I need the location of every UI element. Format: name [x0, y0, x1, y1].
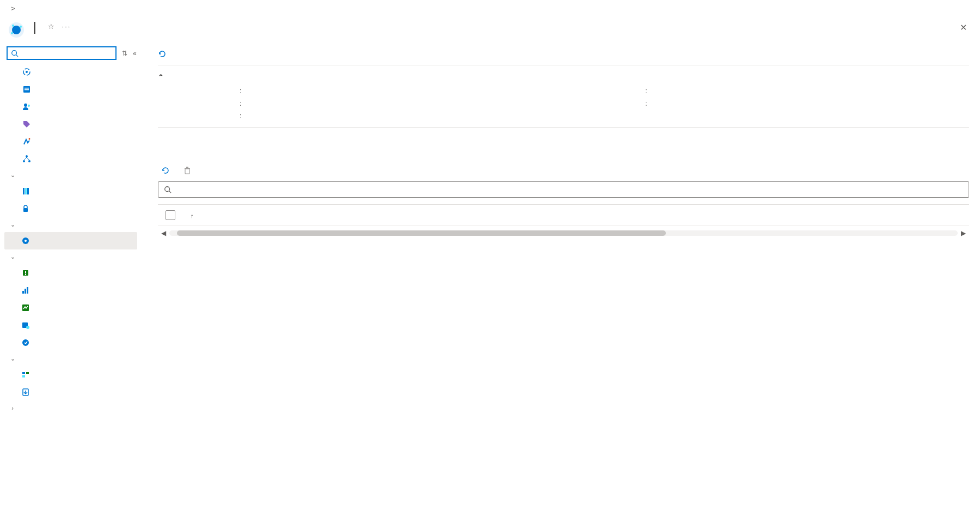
- svg-point-4: [11, 32, 13, 34]
- sidebar-group-automation[interactable]: ⌄: [4, 351, 137, 366]
- sidebar-item-tags[interactable]: [4, 115, 137, 133]
- chevron-down-icon: ⌄: [9, 221, 16, 228]
- diagnostic-settings-icon: [21, 303, 30, 313]
- sidebar-group-help[interactable]: ›: [4, 401, 137, 415]
- sidebar-item-export-template[interactable]: [4, 383, 137, 401]
- main-content: ⌃ : : : : :: [142, 44, 980, 415]
- sort-toggle-icon[interactable]: ⇅: [122, 50, 127, 57]
- svg-point-5: [12, 50, 17, 55]
- collapse-sidebar-icon[interactable]: «: [133, 50, 137, 57]
- diagnose-icon: [22, 137, 32, 147]
- svg-rect-38: [185, 168, 190, 169]
- sidebar-item-activity-log[interactable]: [4, 81, 137, 98]
- sidebar-item-overview[interactable]: [4, 63, 137, 81]
- svg-rect-27: [24, 289, 26, 294]
- sidebar-group-aio-resources[interactable]: ⌄: [4, 217, 137, 232]
- scroll-track[interactable]: [169, 230, 958, 236]
- close-button[interactable]: ✕: [954, 19, 972, 36]
- ess-mem-profile-label: [564, 99, 645, 107]
- sidebar-item-tasks[interactable]: [4, 366, 137, 383]
- svg-rect-18: [25, 188, 27, 194]
- mqtt-broker-icon: [21, 236, 30, 246]
- essentials-toggle[interactable]: ⌃: [158, 65, 969, 87]
- sidebar-item-alerts[interactable]: [4, 264, 137, 282]
- sidebar-item-locks[interactable]: [4, 200, 137, 217]
- svg-point-31: [26, 326, 29, 329]
- favorite-star-icon[interactable]: ☆: [48, 22, 54, 31]
- sidebar-group-settings[interactable]: ⌄: [4, 168, 137, 182]
- scroll-thumb[interactable]: [177, 230, 666, 236]
- svg-point-15: [23, 160, 25, 162]
- filter-box[interactable]: [158, 181, 969, 198]
- access-control-icon: [22, 102, 32, 112]
- export-template-icon: [21, 387, 30, 397]
- ess-broker-details-label: [158, 112, 240, 120]
- search-icon: [164, 186, 171, 193]
- svg-rect-20: [23, 208, 28, 212]
- sidebar-search-input[interactable]: [21, 49, 112, 57]
- sidebar-item-mqtt-broker[interactable]: [4, 232, 137, 249]
- refresh-button[interactable]: [158, 50, 170, 58]
- list-toolbar: [158, 163, 969, 181]
- scroll-left-icon[interactable]: ◀: [158, 229, 169, 237]
- sidebar: ⇅ «: [0, 44, 142, 415]
- delete-icon: [183, 166, 192, 175]
- svg-rect-26: [22, 291, 24, 294]
- sidebar-item-logs[interactable]: [4, 316, 137, 334]
- svg-point-1: [12, 26, 21, 34]
- refresh-icon: [161, 166, 170, 175]
- svg-rect-25: [25, 274, 26, 275]
- tags-icon: [22, 119, 32, 129]
- svg-rect-19: [27, 188, 29, 194]
- svg-point-22: [24, 240, 27, 242]
- col-name[interactable]: ↑: [188, 211, 448, 220]
- svg-rect-17: [23, 188, 24, 194]
- sort-asc-icon: ↑: [191, 212, 194, 219]
- list-refresh-button[interactable]: [161, 166, 173, 175]
- sidebar-item-diagnostic-settings[interactable]: [4, 299, 137, 316]
- svg-point-32: [22, 339, 29, 346]
- chevron-down-icon: ⌄: [9, 355, 16, 362]
- ess-mem-profile-value: [652, 99, 969, 107]
- svg-point-16: [28, 160, 30, 162]
- tasks-icon: [21, 370, 30, 380]
- search-icon: [11, 50, 19, 57]
- select-all-checkbox[interactable]: [166, 210, 175, 220]
- sidebar-search[interactable]: [7, 46, 117, 60]
- svg-point-14: [26, 155, 28, 157]
- overview-icon: [22, 67, 32, 77]
- sidebar-item-diagnose[interactable]: [4, 133, 137, 150]
- ess-ext-loc-label: [564, 87, 645, 95]
- svg-point-13: [28, 105, 30, 107]
- svg-point-3: [20, 26, 22, 28]
- advisor-icon: [21, 338, 30, 348]
- sidebar-item-resource-visualizer[interactable]: [4, 150, 137, 168]
- svg-point-8: [26, 71, 28, 73]
- horizontal-scrollbar[interactable]: ◀ ▶: [158, 229, 969, 237]
- svg-line-6: [16, 54, 19, 57]
- sidebar-item-access-control[interactable]: [4, 98, 137, 115]
- sidebar-item-metrics[interactable]: [4, 282, 137, 299]
- resource-visualizer-icon: [22, 154, 32, 164]
- chevron-down-icon: ⌄: [9, 172, 16, 179]
- essentials-grid: : : : : :: [158, 87, 969, 128]
- chevron-up-icon: ⌃: [158, 73, 164, 81]
- scroll-right-icon[interactable]: ▶: [958, 229, 969, 237]
- tabs: [158, 128, 969, 147]
- ess-broker-name-value: [246, 87, 564, 95]
- listener-table: ↑: [158, 204, 969, 226]
- sidebar-group-monitoring[interactable]: ⌄: [4, 249, 137, 264]
- svg-rect-35: [22, 375, 25, 377]
- list-delete-button[interactable]: [183, 166, 195, 175]
- results-count: [158, 237, 969, 248]
- more-ellipsis-icon[interactable]: ···: [62, 22, 71, 31]
- listener-cards: [158, 147, 969, 163]
- svg-point-2: [12, 25, 14, 27]
- sidebar-item-advisor[interactable]: [4, 334, 137, 351]
- sidebar-item-properties[interactable]: [4, 182, 137, 200]
- filter-input[interactable]: [176, 185, 963, 194]
- metrics-icon: [21, 285, 30, 295]
- svg-point-12: [24, 103, 27, 107]
- main-toolbar: [158, 46, 969, 65]
- activity-log-icon: [22, 84, 32, 94]
